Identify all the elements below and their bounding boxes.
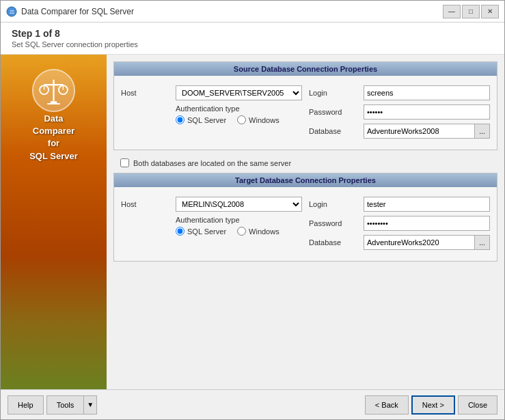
source-section: Source Database Connection Properties Ho… [113,61,497,150]
target-password-label: Password [309,219,364,227]
window-controls: — □ ✕ [443,5,499,18]
source-radio-group: SQL Server Windows [176,115,279,124]
target-password-row: Password [309,216,490,231]
target-sql-radio-item[interactable]: SQL Server [176,227,226,236]
source-database-input[interactable] [364,124,475,139]
target-login-control [364,197,490,212]
source-password-input[interactable] [364,104,490,120]
target-windows-label: Windows [249,227,279,236]
target-sql-label: SQL Server [187,227,226,236]
target-login-label: Login [309,200,364,208]
target-host-label: Host [121,200,176,208]
target-left-col: Host MERLIN\SQL2008 Authentication type [121,197,302,254]
step-header: Step 1 of 8 Set SQL Server connection pr… [1,23,504,55]
target-password-control [364,216,490,231]
source-database-browse-button[interactable]: ... [475,124,490,139]
target-windows-radio-item[interactable]: Windows [237,227,279,236]
source-password-row: Password [309,104,490,120]
target-section-body: Host MERLIN\SQL2008 Authentication type [114,193,497,261]
source-database-label: Database [309,127,364,135]
product-name: Data Comparer for SQL Server [29,113,78,163]
close-button[interactable]: Close [458,395,497,415]
target-database-control: ... [364,235,490,250]
help-button[interactable]: Help [8,395,44,415]
minimize-button[interactable]: — [443,5,461,18]
bottom-bar: Help Tools ▼ < Back Next > Close [1,389,504,419]
target-auth-row: SQL Server Windows [176,227,302,236]
source-login-label: Login [309,89,364,97]
source-windows-label: Windows [249,116,279,124]
target-sql-radio[interactable] [176,227,185,236]
source-sql-label: SQL Server [187,116,226,124]
target-database-input[interactable] [364,235,475,250]
source-password-label: Password [309,108,364,116]
target-radio-group: SQL Server Windows [176,227,279,236]
target-host-row: Host MERLIN\SQL2008 [121,197,302,212]
source-database-row: Database ... [309,124,490,139]
target-database-browse-button[interactable]: ... [475,235,490,250]
source-windows-radio[interactable] [237,115,246,124]
svg-text:⚖: ⚖ [10,9,14,15]
source-host-control: DOOM_SERVER\TSERV2005 [176,85,302,100]
target-database-label: Database [309,238,364,247]
title-bar-left: ⚖ Data Comparer for SQL Server [6,6,134,17]
source-database-control: ... [364,124,490,139]
source-windows-radio-item[interactable]: Windows [237,115,279,124]
svg-rect-9 [51,101,57,103]
svg-rect-10 [47,103,60,104]
target-host-control: MERLIN\SQL2008 [176,197,302,212]
same-server-row: Both databases are located on the same s… [113,153,497,173]
target-login-input[interactable] [364,197,490,212]
source-password-control [364,104,490,120]
close-window-button[interactable]: ✕ [481,5,499,18]
next-button[interactable]: Next > [411,395,455,415]
back-button[interactable]: < Back [365,395,409,415]
target-database-row: Database ... [309,235,490,250]
source-section-header: Source Database Connection Properties [114,62,497,76]
content-area: Source Database Connection Properties Ho… [107,55,504,389]
source-left-col: Host DOOM_SERVER\TSERV2005 Authenticatio… [121,85,302,143]
product-logo [31,68,76,113]
step-title: Step 1 of 8 [12,28,493,39]
app-icon: ⚖ [6,6,17,17]
same-server-checkbox[interactable] [120,158,129,167]
source-auth-row: SQL Server Windows [176,115,302,124]
target-two-col: Host MERLIN\SQL2008 Authentication type [121,197,490,254]
title-bar: ⚖ Data Comparer for SQL Server — □ ✕ [1,1,504,23]
tools-group: Tools ▼ [46,395,98,415]
step-subtitle: Set SQL Server connection properties [12,40,493,48]
source-sql-radio[interactable] [176,115,185,124]
source-login-control [364,85,490,100]
target-host-select[interactable]: MERLIN\SQL2008 [176,197,302,212]
target-windows-radio[interactable] [237,227,246,236]
target-right-col: Login Password [309,197,490,254]
tools-button[interactable]: Tools [46,395,84,415]
sidebar: Data Comparer for SQL Server [1,55,107,389]
source-auth-label: Authentication type [176,104,302,113]
window-title: Data Comparer for SQL Server [21,7,134,16]
source-section-body: Host DOOM_SERVER\TSERV2005 Authenticatio… [114,81,497,150]
maximize-button[interactable]: □ [462,5,480,18]
source-host-label: Host [121,89,176,97]
target-login-row: Login [309,197,490,212]
target-password-input[interactable] [364,216,490,231]
main-window: ⚖ Data Comparer for SQL Server — □ ✕ Ste… [0,0,505,420]
source-login-input[interactable] [364,85,490,100]
source-right-col: Login Password [309,85,490,143]
source-two-col: Host DOOM_SERVER\TSERV2005 Authenticatio… [121,85,490,143]
source-login-row: Login [309,85,490,100]
main-content: Data Comparer for SQL Server Source Data… [1,55,504,389]
target-auth-label: Authentication type [176,216,302,224]
target-section: Target Database Connection Properties Ho… [113,173,497,262]
source-sql-radio-item[interactable]: SQL Server [176,115,226,124]
tools-arrow-button[interactable]: ▼ [83,395,97,415]
source-host-select[interactable]: DOOM_SERVER\TSERV2005 [176,85,302,100]
target-section-header: Target Database Connection Properties [114,173,497,187]
source-host-row: Host DOOM_SERVER\TSERV2005 [121,85,302,100]
same-server-label: Both databases are located on the same s… [133,159,291,167]
